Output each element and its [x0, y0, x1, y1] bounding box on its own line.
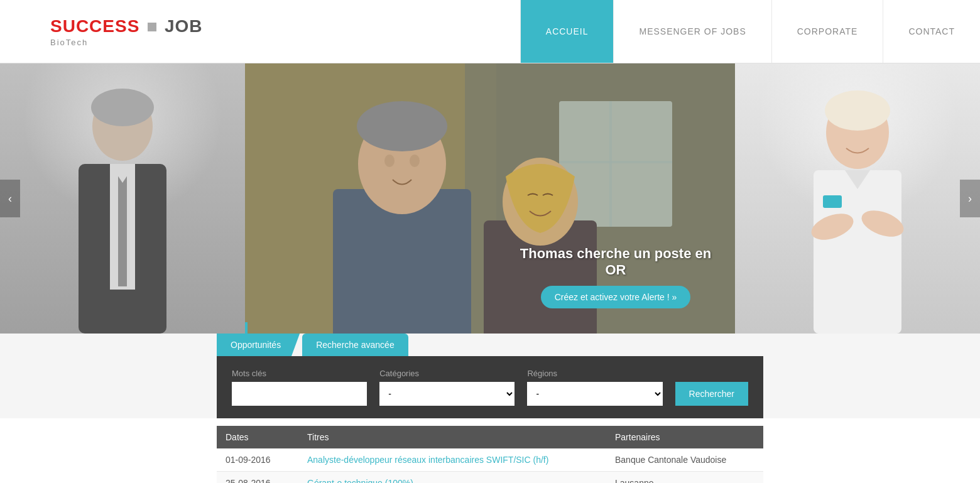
nav: ACCUEIL MESSENGER OF JOBS CORPORATE CONT… — [245, 0, 980, 63]
row-title: Gérant-e technique (100%) — [298, 472, 606, 484]
svg-rect-23 — [823, 195, 842, 208]
svg-rect-11 — [559, 161, 672, 163]
svg-point-20 — [825, 90, 890, 131]
logo-square — [148, 23, 156, 31]
nav-item-accueil[interactable]: ACCUEIL — [520, 0, 614, 63]
row-date: 01-09-2016 — [217, 448, 298, 472]
results-section: Dates Titres Partenaires 01-09-2016 Anal… — [217, 426, 763, 483]
regions-label: Régions — [527, 369, 662, 378]
search-button[interactable]: Rechercher — [675, 382, 748, 406]
hero-caption-text: Thomas cherche un poste en OR — [509, 246, 722, 278]
nav-item-contact[interactable]: CONTACT — [883, 0, 980, 63]
col-titres: Titres — [298, 426, 606, 448]
row-partner: Banque Cantonale Vaudoise — [606, 448, 763, 472]
logo-success: SUCCESS — [50, 16, 139, 36]
svg-rect-21 — [814, 170, 901, 334]
regions-select[interactable]: - — [527, 382, 662, 406]
right-arrow-button[interactable]: › — [960, 180, 980, 217]
left-person-silhouette — [41, 82, 204, 334]
logo: SUCCESS JOB BioTech — [50, 16, 245, 47]
regions-field: Régions - — [527, 369, 662, 406]
nav-item-messenger[interactable]: MESSENGER OF JOBS — [613, 0, 771, 63]
blue-indicator — [245, 322, 248, 334]
header: SUCCESS JOB BioTech ACCUEIL MESSENGER OF… — [0, 0, 980, 63]
search-box: Mots clés Catégories - Régions - Recherc… — [217, 356, 763, 418]
svg-rect-10 — [609, 101, 612, 227]
search-section: Opportunités Recherche avancée Mots clés… — [0, 334, 980, 418]
hero-caption-area: Thomas cherche un poste en OR Créez et a… — [509, 246, 722, 308]
hero-right — [735, 63, 980, 334]
categories-select[interactable]: - — [379, 382, 514, 406]
categories-label: Catégories — [379, 369, 514, 378]
svg-point-15 — [384, 155, 395, 167]
hero-left — [0, 63, 245, 334]
tabs-row: Opportunités Recherche avancée — [0, 334, 980, 356]
hero-center: Thomas cherche un poste en OR Créez et a… — [245, 63, 735, 334]
mots-cles-field: Mots clés — [232, 369, 367, 406]
hero-alert-button[interactable]: Créez et activez votre Alerte ! » — [541, 286, 691, 308]
nav-item-corporate[interactable]: CORPORATE — [771, 0, 883, 63]
right-person-silhouette — [770, 82, 945, 334]
col-partenaires: Partenaires — [606, 426, 763, 448]
row-title: Analyste-développeur réseaux interbancai… — [298, 448, 606, 472]
left-arrow-button[interactable]: ‹ — [0, 180, 20, 217]
tab-opportunites[interactable]: Opportunités — [217, 334, 300, 356]
categories-field: Catégories - — [379, 369, 514, 406]
row-title-link[interactable]: Gérant-e technique (100%) — [307, 478, 413, 483]
row-partner: Lausanne — [606, 472, 763, 484]
results-table: Dates Titres Partenaires 01-09-2016 Anal… — [217, 426, 763, 483]
row-date: 25-08-2016 — [217, 472, 298, 484]
table-row: 01-09-2016 Analyste-développeur réseaux … — [217, 448, 763, 472]
row-title-link[interactable]: Analyste-développeur réseaux interbancai… — [307, 455, 548, 465]
col-dates: Dates — [217, 426, 298, 448]
mots-cles-input[interactable] — [232, 382, 367, 406]
svg-point-14 — [357, 101, 447, 151]
hero-section: Thomas cherche un poste en OR Créez et a… — [0, 63, 980, 334]
logo-sub: BioTech — [50, 38, 245, 47]
logo-area: SUCCESS JOB BioTech — [0, 16, 245, 47]
mots-cles-label: Mots clés — [232, 369, 367, 378]
table-row: 25-08-2016 Gérant-e technique (100%) Lau… — [217, 472, 763, 484]
svg-point-16 — [410, 155, 420, 167]
tab-recherche-avancee[interactable]: Recherche avancée — [302, 334, 408, 356]
svg-point-1 — [91, 89, 154, 126]
logo-job: JOB — [165, 16, 203, 36]
svg-rect-4 — [118, 173, 127, 286]
